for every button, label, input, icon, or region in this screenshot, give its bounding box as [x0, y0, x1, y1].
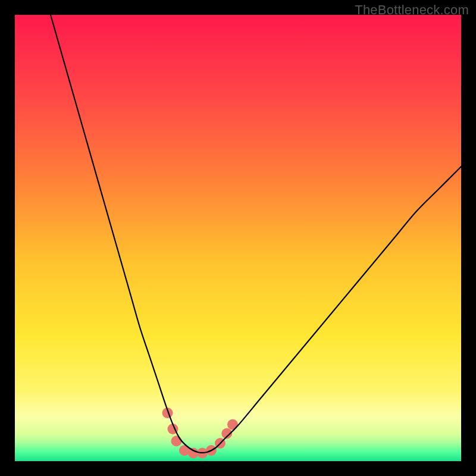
bottleneck-curve [51, 15, 461, 453]
marker-dot [227, 419, 238, 430]
chart-frame [15, 15, 461, 461]
watermark-text: TheBottleneck.com [355, 2, 469, 18]
marker-dot [171, 436, 182, 446]
marker-group [162, 408, 239, 459]
chart-plot [15, 15, 461, 461]
